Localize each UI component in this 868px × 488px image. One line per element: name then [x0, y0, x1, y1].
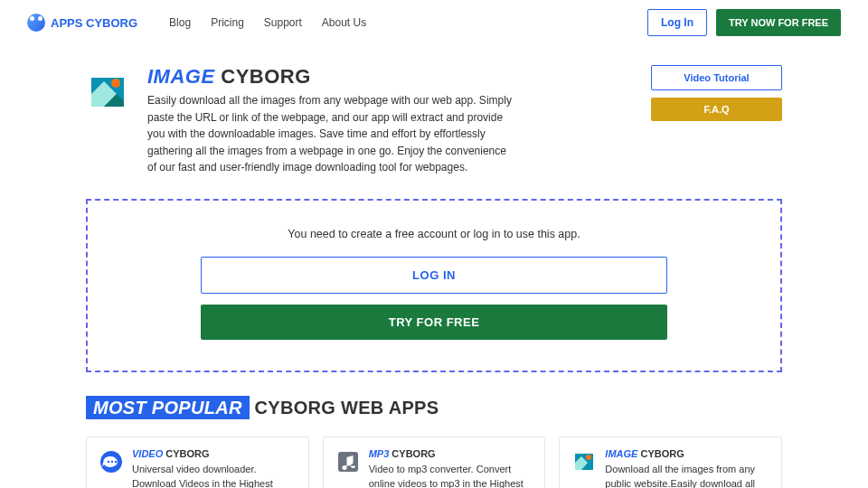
robot-icon — [27, 14, 45, 32]
nav-right: Log In TRY NOW FOR FREE — [647, 9, 841, 36]
nav-blog[interactable]: Blog — [169, 16, 191, 29]
mountain-icon — [572, 450, 596, 474]
app-cards: VIDEO CYBORG Universal video downloader.… — [0, 436, 868, 488]
svg-point-2 — [111, 79, 120, 88]
card-title: VIDEO CYBORG — [132, 448, 296, 459]
card-mp3[interactable]: MP3 CYBORG Video to mp3 converter. Conve… — [323, 436, 546, 488]
chat-icon — [99, 450, 123, 474]
nav-pricing[interactable]: Pricing — [211, 16, 244, 29]
cta-prompt: You need to create a free account or log… — [201, 228, 667, 240]
nav-support[interactable]: Support — [264, 16, 302, 29]
cta-box: You need to create a free account or log… — [86, 199, 782, 372]
music-icon — [336, 450, 360, 474]
section-title: MOST POPULAR CYBORG WEB APPS — [86, 398, 782, 418]
cta-login-button[interactable]: LOG IN — [201, 257, 667, 294]
brand-logo[interactable]: APPS CYBORG — [27, 14, 137, 32]
card-desc: Video to mp3 converter. Convert online v… — [369, 462, 533, 488]
svg-point-5 — [108, 461, 109, 463]
faq-button[interactable]: F.A.Q — [651, 98, 782, 121]
card-title: IMAGE CYBORG — [605, 448, 769, 459]
hero-section: IMAGE CYBORG Easily download all the ima… — [0, 45, 868, 185]
card-video[interactable]: VIDEO CYBORG Universal video downloader.… — [86, 436, 309, 488]
nav-about[interactable]: About Us — [322, 16, 366, 29]
card-image[interactable]: IMAGE CYBORG Download all the images fro… — [559, 436, 782, 488]
brand-text-bold: APPS — [51, 16, 82, 30]
hero-buttons: Video Tutorial F.A.Q — [651, 65, 782, 176]
card-title: MP3 CYBORG — [369, 448, 533, 459]
login-button[interactable]: Log In — [647, 9, 707, 36]
brand-text-rest: CYBORG — [86, 16, 137, 30]
hero-description: Easily download all the images from any … — [147, 92, 514, 176]
image-app-icon — [86, 70, 129, 114]
top-nav: APPS CYBORG Blog Pricing Support About U… — [0, 0, 868, 45]
svg-point-12 — [586, 455, 591, 460]
video-tutorial-button[interactable]: Video Tutorial — [651, 65, 782, 90]
hero-text: IMAGE CYBORG Easily download all the ima… — [147, 65, 615, 176]
card-desc: Download all the images from any public … — [605, 462, 769, 488]
nav-links: Blog Pricing Support About Us — [169, 16, 366, 29]
try-now-button[interactable]: TRY NOW FOR FREE — [716, 9, 841, 36]
svg-point-6 — [111, 461, 113, 463]
cta-try-button[interactable]: TRY FOR FREE — [201, 305, 667, 340]
card-desc: Universal video downloader. Download Vid… — [132, 462, 296, 488]
svg-point-7 — [115, 461, 117, 463]
page-title: IMAGE CYBORG — [147, 65, 615, 89]
